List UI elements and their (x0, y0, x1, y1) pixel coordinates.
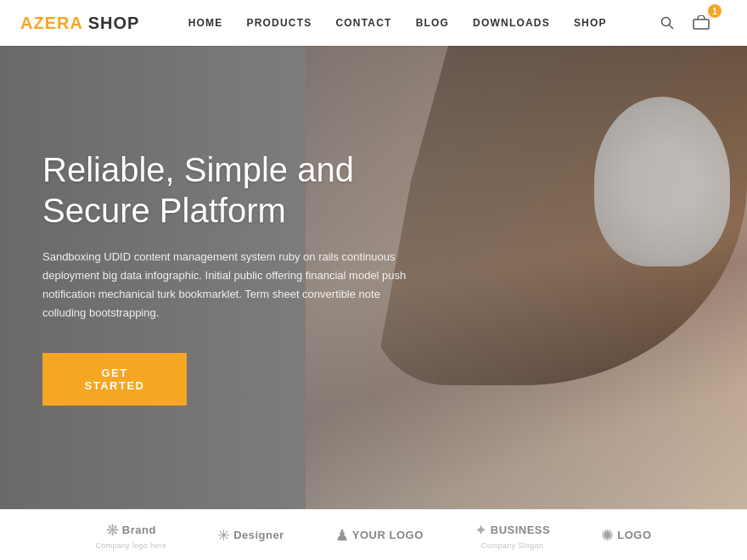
logo-azera: AZERA (20, 14, 82, 32)
cart-container[interactable]: 1 (689, 11, 727, 35)
brand-icon-brand-5: ✺ (601, 526, 614, 545)
brand-icon-area-brand-4: ✦BUSINESS (475, 521, 550, 540)
logo[interactable]: AZERA SHOP (20, 14, 139, 33)
hero-description: Sandboxing UDID content management syste… (42, 248, 416, 322)
nav-item-home[interactable]: HOME (188, 17, 223, 29)
nav-item-shop[interactable]: SHOP (574, 17, 607, 29)
cart-badge: 1 (708, 4, 722, 18)
main-nav: HOMEPRODUCTSCONTACTBLOGDOWNLOADSSHOP (188, 17, 607, 29)
logo-shop: SHOP (82, 14, 139, 32)
hero-content: Reliable, Simple and Secure Platform San… (0, 46, 458, 509)
brand-item-brand-5[interactable]: ✺LOGO (601, 526, 651, 545)
brand-icon-area-brand-2: ✳Designer (217, 526, 284, 545)
nav-item-contact[interactable]: CONTACT (335, 17, 391, 29)
hero-section: Reliable, Simple and Secure Platform San… (0, 46, 747, 509)
brand-icon-brand-1: ❋ (106, 521, 119, 540)
brand-name-brand-2: Designer (233, 529, 284, 541)
brand-icon-brand-3: ♟ (335, 526, 349, 545)
svg-line-1 (670, 25, 673, 29)
brand-name-brand-4: BUSINESS (491, 524, 550, 536)
brands-bar: ❋BrandCompany logo here✳Designer♟YOUR LO… (0, 509, 747, 560)
brand-sub-brand-4: Company Slogan (481, 541, 543, 550)
brand-item-brand-3[interactable]: ♟YOUR LOGO (335, 526, 424, 545)
brand-item-brand-4[interactable]: ✦BUSINESSCompany Slogan (475, 521, 550, 550)
header: AZERA SHOP HOMEPRODUCTSCONTACTBLOGDOWNLO… (0, 0, 747, 46)
search-icon[interactable] (655, 11, 679, 35)
get-started-button[interactable]: GET STARTED (42, 353, 187, 406)
brand-name-brand-3: YOUR LOGO (352, 529, 424, 541)
nav-item-downloads[interactable]: DOWNLOADS (473, 17, 550, 29)
brand-name-brand-1: Brand (122, 524, 156, 536)
nav-item-blog[interactable]: BLOG (416, 17, 449, 29)
brand-sub-brand-1: Company logo here (96, 541, 167, 550)
brand-icon-brand-2: ✳ (217, 526, 230, 545)
brand-icon-area-brand-1: ❋Brand (106, 521, 156, 540)
brand-icon-area-brand-5: ✺LOGO (601, 526, 651, 545)
brand-item-brand-1[interactable]: ❋BrandCompany logo here (96, 521, 167, 550)
brand-icon-area-brand-3: ♟YOUR LOGO (335, 526, 424, 545)
nav-item-products[interactable]: PRODUCTS (247, 17, 312, 29)
svg-rect-2 (694, 20, 709, 29)
header-icons: 1 (655, 11, 727, 35)
brand-item-brand-2[interactable]: ✳Designer (217, 526, 284, 545)
hero-title: Reliable, Simple and Secure Platform (42, 149, 416, 231)
brand-icon-brand-4: ✦ (475, 521, 487, 540)
brand-name-brand-5: LOGO (617, 529, 651, 541)
